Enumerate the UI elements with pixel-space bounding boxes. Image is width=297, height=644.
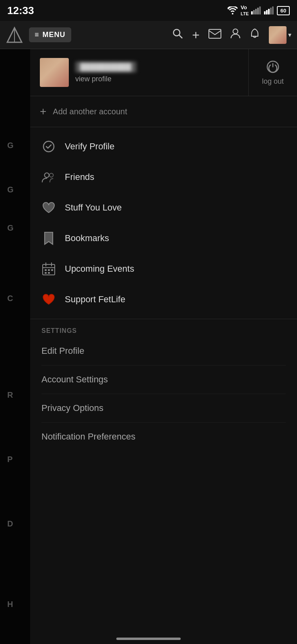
sidebar-letter-g2: G [0,181,30,198]
menu-item-verify-profile[interactable]: Verify Profile [30,131,297,162]
sidebar-letter-r: R [0,386,30,404]
menu-button[interactable]: ≡ MENU [29,27,71,42]
svg-rect-7 [268,9,270,14]
profile-username: ██████████ [75,62,136,72]
svg-point-15 [233,29,238,34]
logout-label: log out [262,77,284,86]
svg-point-17 [43,141,54,152]
upcoming-events-label: Upcoming Events [65,264,134,274]
sidebar-letter-g3: G [0,219,30,237]
friends-label: Friends [65,172,94,182]
bell-icon[interactable] [250,28,260,42]
settings-item-account-settings[interactable]: Account Settings [41,365,286,394]
add-account-icon: + [40,105,46,118]
svg-rect-4 [259,6,261,14]
stuff-you-love-label: Stuff You Love [65,202,122,213]
svg-rect-9 [272,6,274,14]
menu-label: MENU [43,31,66,39]
svg-rect-29 [48,272,50,274]
sidebar-letter-h: H [0,596,30,613]
search-icon[interactable] [172,28,183,42]
svg-rect-6 [266,10,268,14]
bookmarks-label: Bookmarks [65,233,109,244]
svg-rect-3 [257,8,259,14]
svg-rect-27 [51,269,53,271]
dropdown-arrow-icon: ▾ [288,31,291,39]
add-account-label: Add another account [53,107,127,116]
menu-item-stuff-you-love[interactable]: Stuff You Love [30,192,297,223]
view-profile-button[interactable]: ██████████ view profile [30,49,249,96]
menu-item-bookmarks[interactable]: Bookmarks [30,223,297,254]
edit-profile-label: Edit Profile [41,346,84,356]
battery-icon: 60 [277,6,290,15]
heart-icon [41,200,56,215]
notification-preferences-label: Notification Preferences [41,431,136,442]
svg-rect-2 [255,9,257,14]
status-time: 12:33 [7,4,34,17]
dropdown-panel: ██████████ view profile log out + Add an… [30,49,297,644]
svg-rect-5 [264,11,266,14]
svg-rect-8 [270,8,272,14]
status-icons: VoLTE 60 [227,4,290,17]
svg-point-12 [173,29,180,36]
signal-bars-icon [251,6,262,14]
account-settings-label: Account Settings [41,374,108,384]
svg-line-13 [179,35,182,38]
verify-icon [41,139,56,154]
settings-item-notification-preferences[interactable]: Notification Preferences [41,423,286,451]
svg-rect-1 [253,10,255,14]
menu-items-section: Verify Profile Friends Stuff You Love [30,127,297,319]
calendar-icon [41,262,56,276]
svg-rect-14 [209,29,221,38]
profile-section: ██████████ view profile log out [30,49,297,96]
menu-item-upcoming-events[interactable]: Upcoming Events [30,254,297,284]
privacy-options-label: Privacy Options [41,403,103,413]
bookmark-icon [41,231,56,246]
logout-icon [266,60,280,74]
mail-icon[interactable] [208,29,221,41]
menu-item-friends[interactable]: Friends [30,162,297,192]
view-profile-label: view profile [75,75,136,83]
sidebar-letter-p: P [0,451,30,468]
sidebar-letter-d: D [0,515,30,533]
profile-info: ██████████ view profile [75,62,136,83]
friends-icon [41,170,56,184]
verify-profile-label: Verify Profile [65,141,115,152]
status-bar: 12:33 VoLTE 60 [0,0,297,21]
app-logo[interactable] [6,26,23,44]
nav-icons: + ▾ [172,26,291,44]
home-indicator [116,638,181,640]
sidebar-letter-g1: G [0,137,30,154]
logout-button[interactable]: log out [249,49,297,96]
svg-rect-25 [45,269,47,271]
signal-bars-2-icon [264,6,274,14]
svg-point-20 [50,173,53,177]
profile-icon[interactable] [230,28,241,42]
signal-text: VoLTE [241,4,249,17]
hamburger-icon: ≡ [35,31,39,39]
settings-item-privacy-options[interactable]: Privacy Options [41,394,286,423]
wifi-icon [227,6,238,14]
svg-rect-0 [251,11,253,14]
svg-rect-26 [48,269,50,271]
add-account-button[interactable]: + Add another account [30,96,297,127]
settings-item-edit-profile[interactable]: Edit Profile [41,337,286,365]
menu-item-support-fetlife[interactable]: Support FetLife [30,284,297,315]
nav-bar: ≡ MENU + [0,21,297,49]
sidebar-letter-c: C [0,290,30,307]
settings-section: SETTINGS Edit Profile Account Settings P… [30,319,297,451]
settings-section-label: SETTINGS [41,327,286,334]
add-icon[interactable]: + [192,29,200,41]
svg-point-19 [45,173,49,178]
support-fetlife-label: Support FetLife [65,294,125,305]
support-icon [41,292,56,307]
user-avatar-nav[interactable]: ▾ [269,26,291,44]
svg-rect-28 [45,272,47,274]
profile-avatar [40,58,69,87]
